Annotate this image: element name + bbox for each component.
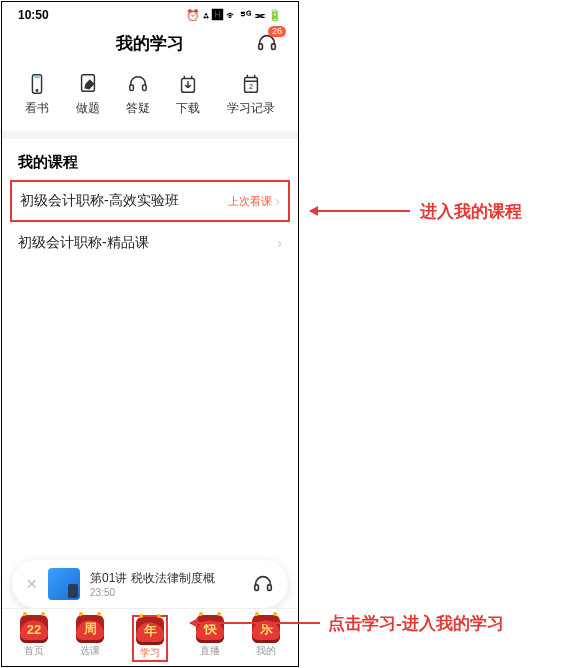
status-bar: 10:50 ⏰ ⁂ 🅷 ᯤ ⁵ᴳ ⫘ 🔋 [2, 2, 298, 24]
action-label: 学习记录 [227, 100, 275, 117]
nav-courses[interactable]: 周 选课 [76, 615, 104, 662]
close-icon[interactable]: ✕ [26, 576, 38, 592]
chevron-right-icon: › [277, 235, 282, 251]
pencil-icon [77, 73, 99, 95]
action-row: 看书 做题 答疑 下载 2 学习记录 [2, 65, 298, 131]
headphone-icon [127, 73, 149, 95]
play-button[interactable] [252, 573, 274, 595]
section-title: 我的课程 [2, 139, 298, 180]
nav-icon-courses: 周 [76, 615, 104, 643]
bottom-nav: 22 首页 周 选课 年 学习 快 直播 乐 我的 [2, 608, 298, 666]
annotation-text-nav: 点击学习-进入我的学习 [328, 612, 504, 635]
player-info: 第01讲 税收法律制度概 23:50 [90, 570, 242, 598]
action-label: 看书 [25, 100, 49, 117]
status-time: 10:50 [18, 8, 49, 22]
nav-home[interactable]: 22 首页 [20, 615, 48, 662]
nav-label: 学习 [140, 646, 160, 660]
calendar-icon: 2 [240, 73, 262, 95]
course-item[interactable]: 初级会计职称-精品课 › [2, 222, 298, 264]
nav-label: 直播 [200, 644, 220, 658]
nav-label: 首页 [24, 644, 44, 658]
svg-text:2: 2 [249, 82, 253, 91]
divider [2, 131, 298, 139]
course-name: 初级会计职称-高效实验班 [20, 192, 179, 210]
action-download[interactable]: 下载 [176, 73, 200, 117]
notification-badge: 26 [268, 26, 286, 37]
action-label: 下载 [176, 100, 200, 117]
nav-icon-mine: 乐 [252, 615, 280, 643]
annotation-text-course: 进入我的课程 [420, 200, 522, 223]
action-qa[interactable]: 答疑 [126, 73, 150, 117]
player-title: 第01讲 税收法律制度概 [90, 570, 242, 587]
svg-point-3 [36, 90, 37, 91]
page-title: 我的学习 [116, 32, 184, 55]
annotation-arrow-course [310, 210, 410, 212]
nav-icon-live: 快 [196, 615, 224, 643]
svg-rect-6 [130, 85, 134, 91]
course-item-highlighted[interactable]: 初级会计职称-高效实验班 上次看课 › [10, 180, 290, 222]
svg-rect-13 [268, 585, 272, 591]
player-thumbnail [48, 568, 80, 600]
annotation-arrow-nav [190, 622, 320, 624]
phone-frame: 10:50 ⏰ ⁂ 🅷 ᯤ ⁵ᴳ ⫘ 🔋 我的学习 26 看书 做题 答疑 下载… [1, 1, 299, 667]
action-read[interactable]: 看书 [25, 73, 49, 117]
support-button[interactable]: 26 [256, 32, 278, 58]
nav-study[interactable]: 年 学习 [132, 615, 168, 662]
course-name: 初级会计职称-精品课 [18, 234, 149, 252]
nav-label: 我的 [256, 644, 276, 658]
headphone-icon [252, 573, 274, 595]
nav-label: 选课 [80, 644, 100, 658]
svg-rect-12 [255, 585, 259, 591]
svg-rect-0 [259, 44, 263, 49]
header: 我的学习 26 [2, 24, 298, 65]
chevron-right-icon: › [275, 193, 280, 209]
svg-rect-1 [272, 44, 276, 49]
action-label: 做题 [76, 100, 100, 117]
action-exercise[interactable]: 做题 [76, 73, 100, 117]
svg-rect-7 [143, 85, 147, 91]
nav-icon-study: 年 [136, 617, 164, 645]
action-label: 答疑 [126, 100, 150, 117]
action-history[interactable]: 2 学习记录 [227, 73, 275, 117]
book-icon [26, 73, 48, 95]
last-watched-tag: 上次看课 › [228, 193, 280, 209]
status-icons: ⏰ ⁂ 🅷 ᯤ ⁵ᴳ ⫘ 🔋 [186, 9, 282, 22]
nav-icon-home: 22 [20, 615, 48, 643]
player-time: 23:50 [90, 587, 242, 598]
download-icon [177, 73, 199, 95]
mini-player[interactable]: ✕ 第01讲 税收法律制度概 23:50 [12, 560, 288, 608]
